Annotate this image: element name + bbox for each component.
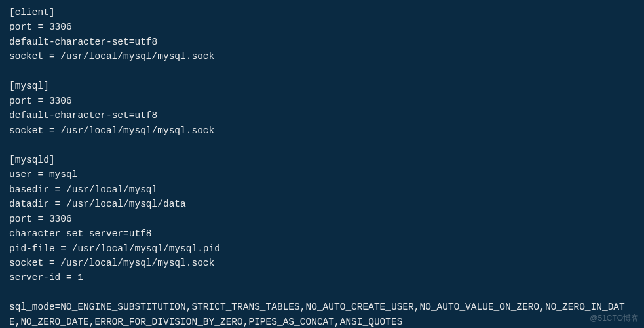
terminal-line: port = 3306	[9, 94, 635, 108]
terminal-line: server-id = 1	[9, 270, 635, 285]
terminal-line: default-character-set=utf8	[9, 35, 635, 49]
terminal-line	[9, 138, 635, 152]
terminal-line: socket = /usr/local/mysql/mysql.sock	[9, 256, 635, 270]
terminal-line: socket = /usr/local/mysql/mysql.sock	[9, 49, 635, 64]
terminal-output: [client]port = 3306default-character-set…	[0, 0, 644, 328]
terminal-line: [mysqld]	[9, 153, 635, 167]
watermark-text: @51CTO博客	[590, 313, 639, 324]
terminal-line: socket = /usr/local/mysql/mysql.sock	[9, 123, 635, 138]
terminal-line: default-character-set=utf8	[9, 108, 635, 123]
terminal-line	[9, 64, 635, 79]
terminal-line: character_set_server=utf8	[9, 226, 635, 241]
terminal-line: pid-file = /usr/local/mysql/mysql.pid	[9, 241, 635, 256]
terminal-line: sql_mode=NO_ENGINE_SUBSTITUTION,STRICT_T…	[9, 300, 635, 328]
terminal-line	[9, 285, 635, 300]
terminal-line: port = 3306	[9, 212, 635, 226]
terminal-line: basedir = /usr/local/mysql	[9, 182, 635, 197]
terminal-line: user = mysql	[9, 167, 635, 182]
terminal-line: [mysql]	[9, 79, 635, 93]
terminal-line: datadir = /usr/local/mysql/data	[9, 197, 635, 211]
terminal-line: port = 3306	[9, 20, 635, 34]
terminal-line: [client]	[9, 5, 635, 20]
